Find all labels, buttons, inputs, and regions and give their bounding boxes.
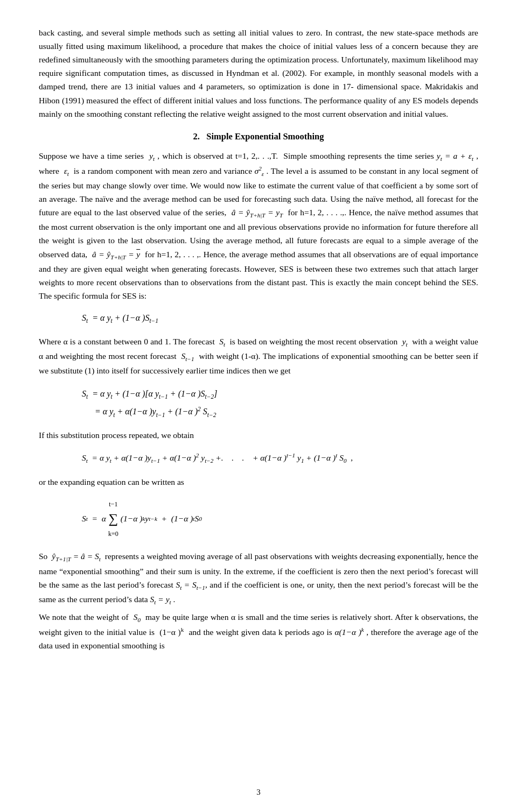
avg-eq: â = ŷT+h|T = y — [92, 250, 140, 259]
so-paragraph: So ŷT+1|T = â = St represents a weighted… — [39, 549, 478, 607]
sigma-sq: σ2ε — [255, 166, 264, 175]
page: back casting, and several simple methods… — [0, 0, 517, 812]
section-number: 2. — [193, 131, 200, 142]
or-text: or the expanding equation can be written… — [39, 475, 478, 489]
opening-paragraph: back casting, and several simple methods… — [39, 26, 478, 121]
epsilon-t: εt — [64, 166, 69, 175]
formula-expand2: St = α yt + α(1−α )yt−1 + α(1−α )2 yt−2 … — [82, 449, 478, 468]
main-paragraph: Suppose we have a time series yt , which… — [39, 149, 478, 303]
weight-note: We note that the weight of S0 may be qui… — [39, 610, 478, 653]
formula-ses: St = α yt + (1−α )St−1 — [82, 310, 478, 327]
alpha-description: Where α is a constant between 0 and 1. T… — [39, 335, 478, 377]
var-yt: yt — [149, 151, 155, 160]
section-title: 2. Simple Exponential Smoothing — [39, 130, 478, 144]
page-number: 3 — [256, 788, 261, 797]
section-name: Simple Exponential Smoothing — [206, 131, 324, 142]
formula-expand1: St = α yt + (1−α )[α yt−1 + (1−α )St−2] … — [82, 385, 478, 421]
substitution-intro: If this substitution process repeated, w… — [39, 428, 478, 442]
naive-eq: â = ŷT+h|T = yT — [232, 208, 283, 217]
formula-sum: St = α t−1 ∑ k=0 (1−α )k yt−k + (1−α )t … — [82, 496, 478, 542]
series-eq: yt = a + εt — [437, 151, 473, 160]
